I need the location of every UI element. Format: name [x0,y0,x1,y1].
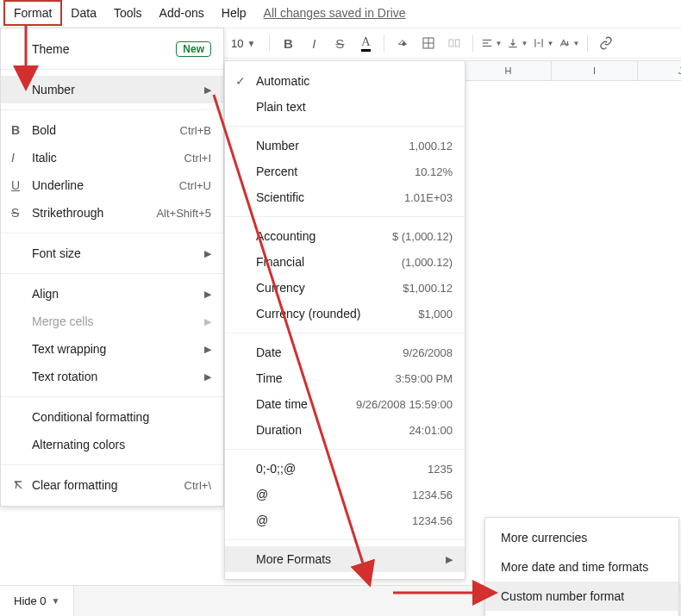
menu-item-number-format[interactable]: ✓Automatic [225,68,465,94]
format-example: 9/26/2008 15:59:00 [356,398,453,411]
menu-item-clear-formatting[interactable]: Clear formatting Ctrl+\ [1,471,223,499]
font-size-selector[interactable]: 10 ▼ [231,37,255,50]
underline-icon: U [11,178,32,192]
menu-item-number-format[interactable]: Date time9/26/2008 15:59:00 [225,391,465,417]
format-example: 1234.56 [412,514,453,527]
menu-item-number-format[interactable]: Duration24:01:00 [225,417,465,443]
menu-separator [225,449,465,450]
menu-item-number-format[interactable]: Percent10.12% [225,159,465,184]
menu-item-merge[interactable]: Merge cells ▶ [1,308,223,335]
menu-tools[interactable]: Tools [105,2,151,24]
menu-item-number-format[interactable]: @1234.56 [225,482,465,507]
menu-item-text-rotation[interactable]: Text rotation ▶ [1,363,223,390]
toolbar: 10 ▼ B I S A ▼ ▼ ▼ ▼ [224,28,681,59]
menu-item-label: Currency [256,281,403,295]
menu-separator [1,233,223,233]
menu-item-more-datetime[interactable]: More date and time formats [485,552,678,582]
sheet-tab[interactable]: Hide 0 ▼ [0,586,74,616]
menu-separator [1,69,223,70]
borders-icon[interactable] [417,32,440,54]
strikethrough-icon: S [11,206,32,220]
menu-item-theme[interactable]: Theme New [1,35,223,63]
menu-separator [1,273,223,274]
menu-item-font-size[interactable]: Font size ▶ [1,240,223,267]
menu-item-number-format[interactable]: Financial(1,000.12) [225,249,465,275]
menu-item-custom-number-format[interactable]: Custom number format [485,582,678,611]
strikethrough-icon[interactable]: S [328,32,351,54]
menu-item-strikethrough[interactable]: S Strikethrough Alt+Shift+5 [1,199,223,227]
menu-item-number[interactable]: Number ▶ [1,76,223,103]
menu-item-number-format[interactable]: Currency (rounded)$1,000 [225,301,465,327]
sheet-tab-label: Hide 0 [14,594,47,607]
menu-item-number-format[interactable]: @1234.56 [225,507,465,533]
submenu-arrow-icon: ▶ [204,371,211,383]
menu-item-label: Currency (rounded) [256,307,418,320]
menu-data[interactable]: Data [62,2,105,24]
menu-item-bold[interactable]: B Bold Ctrl+B [1,116,223,144]
menu-item-number-format[interactable]: Scientific1.01E+03 [225,184,465,210]
col-header-i[interactable]: I [552,61,638,80]
menu-separator [1,464,223,465]
col-header-h[interactable]: H [465,61,552,80]
submenu-arrow-icon: ▶ [204,344,211,355]
menu-item-number-format[interactable]: Plain text [225,94,465,120]
menu-item-conditional-formatting[interactable]: Conditional formatting [1,403,223,431]
menu-format[interactable]: Format [3,0,62,26]
menu-item-number-format[interactable]: Accounting$ (1,000.12) [225,223,465,249]
menu-item-number-format[interactable]: 0;-0;;@1235 [225,456,465,482]
menu-item-number-format[interactable]: Date9/26/2008 [225,339,465,365]
clear-format-icon [11,478,32,492]
menu-item-number-format[interactable]: Time3:59:00 PM [225,365,465,391]
menu-item-alternating-colors[interactable]: Alternating colors [1,431,223,458]
menu-item-number-format[interactable]: Currency$1,000.12 [225,275,465,301]
menu-separator [1,109,223,110]
new-badge: New [176,41,211,57]
menu-item-label: Duration [256,423,409,437]
bold-icon: B [11,123,32,137]
menu-item-align[interactable]: Align ▶ [1,280,223,308]
menu-item-label: Date [256,345,403,359]
insert-link-icon[interactable] [595,32,617,54]
bold-icon[interactable]: B [277,32,299,54]
fill-color-icon[interactable] [391,32,414,54]
menu-item-label: More Formats [256,552,446,566]
menubar: Format Data Tools Add-ons Help All chang… [0,0,681,26]
format-example: 9/26/2008 [403,346,453,359]
toolbar-separator [472,34,473,52]
format-example: (1,000.12) [402,256,453,269]
vertical-align-icon[interactable]: ▼ [506,32,528,54]
number-format-submenu: ✓AutomaticPlain textNumber1,000.12Percen… [224,60,465,580]
text-rotation-icon[interactable]: ▼ [558,32,580,54]
menu-item-label: Scientific [256,190,404,204]
svg-rect-3 [449,40,453,47]
menu-item-number-format[interactable]: More Formats▶ [225,546,465,572]
menu-item-number-format[interactable]: Number1,000.12 [225,133,465,159]
text-wrap-icon[interactable]: ▼ [532,32,554,54]
menu-item-more-currencies[interactable]: More currencies [485,523,678,552]
format-example: 24:01:00 [409,424,453,437]
toolbar-separator [269,34,270,52]
horizontal-align-icon[interactable]: ▼ [480,32,503,54]
text-color-icon[interactable]: A [354,32,377,54]
format-example: $1,000.12 [403,282,453,295]
italic-icon[interactable]: I [303,32,325,54]
submenu-arrow-icon: ▶ [204,84,211,96]
format-example: 10.12% [415,165,453,178]
merge-cells-icon[interactable] [443,32,465,54]
format-example: 1234.56 [412,488,453,501]
menu-item-italic[interactable]: I Italic Ctrl+I [1,144,223,171]
col-header-j[interactable]: J [638,61,681,80]
format-menu: Theme New Number ▶ B Bold Ctrl+B I Itali… [0,28,224,507]
menu-item-text-wrapping[interactable]: Text wrapping ▶ [1,335,223,363]
menu-separator [225,216,465,217]
menu-item-label: @ [256,513,412,527]
format-example: $ (1,000.12) [392,230,453,243]
format-example: 1235 [428,463,453,476]
menu-addons[interactable]: Add-ons [151,2,213,24]
menu-separator [1,396,223,397]
menu-item-underline[interactable]: U Underline Ctrl+U [1,171,223,199]
menu-help[interactable]: Help [213,2,255,24]
drive-save-status[interactable]: All changes saved in Drive [264,6,406,20]
menu-separator [225,126,465,127]
menu-separator [225,539,465,540]
